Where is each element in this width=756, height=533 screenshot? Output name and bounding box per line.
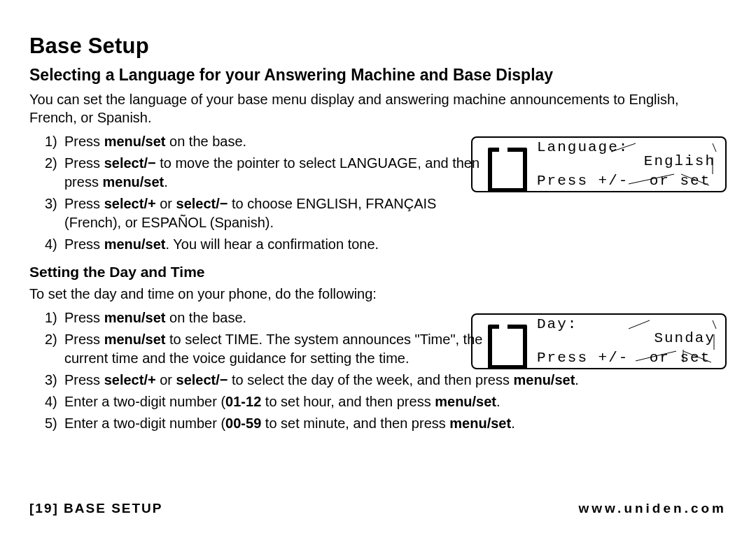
list-item: Press menu/set to select TIME. The syste… bbox=[45, 330, 502, 368]
list-item: Press select/+ or select/− to choose ENG… bbox=[45, 194, 482, 232]
svg-line-5 bbox=[629, 320, 650, 329]
manual-page: Base Setup Selecting a Language for your… bbox=[0, 0, 756, 533]
lcd-line1: Day: bbox=[537, 316, 578, 332]
list-item: Press menu/set on the base. bbox=[45, 132, 482, 151]
list-item: Press menu/set. You will hear a confirma… bbox=[45, 235, 482, 254]
lcd-line1: Language: bbox=[537, 139, 629, 155]
lcd-hint: Press +/- or set bbox=[537, 173, 710, 189]
footer-page-label: [19] BASE SETUP bbox=[29, 501, 162, 516]
list-item: Press select/+ or select/− to select the… bbox=[45, 371, 727, 390]
page-footer: [19] BASE SETUP www.uniden.com bbox=[29, 501, 727, 516]
section1-steps: Press menu/set on the base. Press select… bbox=[29, 132, 482, 254]
section2-heading: Setting the Day and Time bbox=[29, 264, 727, 280]
section2-intro: To set the day and time on your phone, d… bbox=[29, 285, 727, 303]
lcd-digit-icon bbox=[488, 148, 519, 184]
page-title: Base Setup bbox=[29, 34, 727, 59]
lcd-value: English bbox=[644, 153, 715, 169]
list-item: Enter a two-digit number (00-59 to set m… bbox=[45, 414, 727, 433]
svg-line-6 bbox=[713, 320, 716, 329]
section1-heading: Selecting a Language for your Answering … bbox=[29, 66, 727, 85]
lcd-day: Day: Sunday Press +/- or set bbox=[471, 313, 727, 369]
list-item: Enter a two-digit number (01-12 to set h… bbox=[45, 392, 727, 411]
lcd-value: Sunday bbox=[654, 330, 715, 346]
list-item: Press menu/set on the base. bbox=[45, 308, 502, 327]
list-item: Press select/− to move the pointer to se… bbox=[45, 154, 482, 192]
section1-intro: You can set the language of your base me… bbox=[29, 90, 727, 127]
lcd-hint: Press +/- or set bbox=[537, 350, 710, 366]
footer-url: www.uniden.com bbox=[578, 501, 727, 516]
lcd-language: Language: English Press +/- or set bbox=[471, 136, 727, 192]
svg-line-1 bbox=[713, 143, 716, 152]
